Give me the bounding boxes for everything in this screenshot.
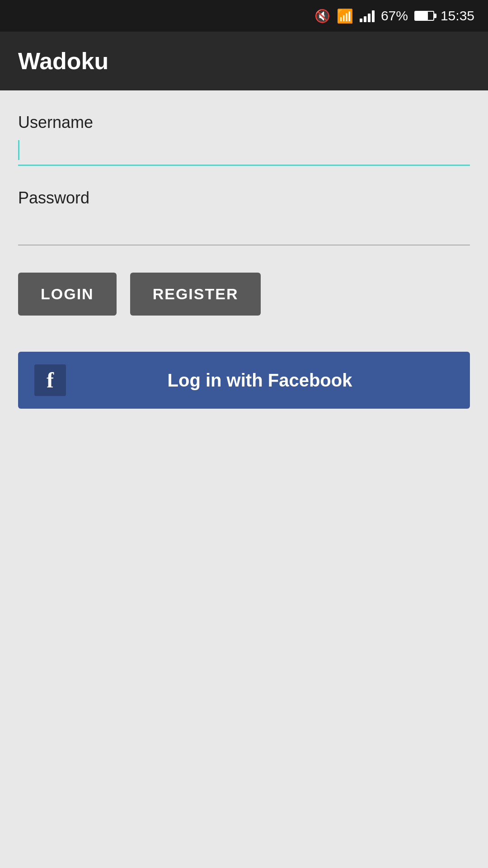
battery-icon xyxy=(414,11,434,21)
mute-icon: 🔇 xyxy=(314,9,330,24)
login-button[interactable]: LOGIN xyxy=(18,273,117,316)
status-bar: 🔇 📶 67% 15:35 xyxy=(0,0,488,32)
app-bar: Wadoku xyxy=(0,32,488,90)
username-label: Username xyxy=(18,113,470,132)
username-input[interactable] xyxy=(23,140,470,169)
facebook-login-button[interactable]: f Log in with Facebook xyxy=(18,352,470,409)
wifi-icon: 📶 xyxy=(337,8,353,24)
app-title: Wadoku xyxy=(18,47,108,75)
username-field-group: Username xyxy=(18,113,470,166)
signal-bars-icon xyxy=(360,9,375,22)
battery-percent: 67% xyxy=(381,8,408,24)
password-input[interactable] xyxy=(18,216,470,245)
main-content: Username Password LOGIN REGISTER f Log i… xyxy=(0,90,488,868)
password-label: Password xyxy=(18,189,470,208)
facebook-icon: f xyxy=(34,364,66,396)
register-button[interactable]: REGISTER xyxy=(130,273,261,316)
clock: 15:35 xyxy=(441,8,474,24)
facebook-login-label: Log in with Facebook xyxy=(66,370,454,391)
auth-buttons-row: LOGIN REGISTER xyxy=(18,273,470,316)
status-icons: 🔇 📶 67% 15:35 xyxy=(314,8,474,24)
password-field-group: Password xyxy=(18,189,470,245)
username-cursor xyxy=(18,140,19,160)
